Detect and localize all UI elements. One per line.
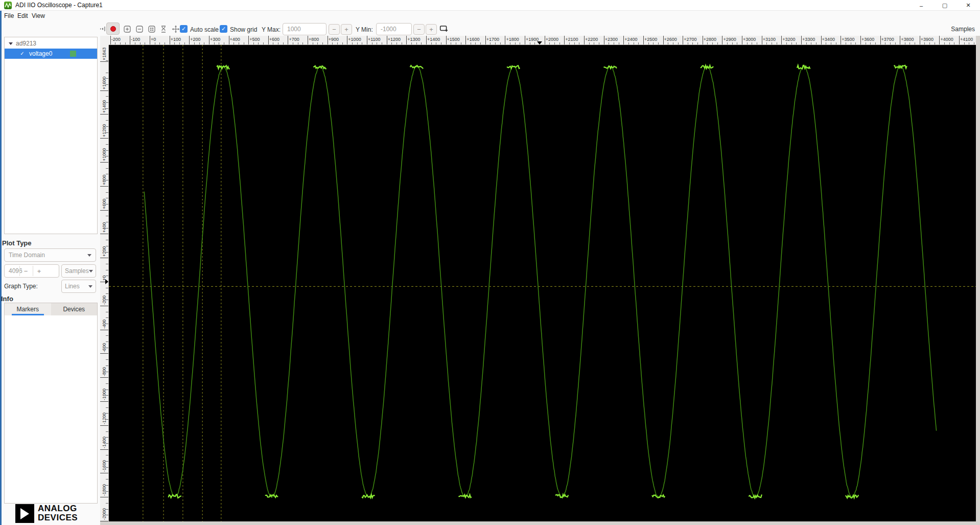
x-axis-minor-tick: [500, 42, 501, 44]
x-axis-minor-tick: [239, 42, 239, 44]
y-min-increment-button[interactable]: +: [426, 24, 437, 35]
x-axis-minor-tick: [712, 42, 713, 44]
y-axis-minor-tick: [106, 503, 108, 504]
vertical-scrollbar[interactable]: [976, 36, 980, 525]
x-axis-minor-tick: [125, 42, 126, 44]
channel-row-voltage0[interactable]: ✓ voltage0: [5, 49, 97, 59]
menu-view[interactable]: View: [32, 12, 45, 19]
x-axis-tick: [525, 36, 525, 45]
wait-icon[interactable]: [159, 25, 168, 33]
x-axis-tick-label: +2800: [704, 37, 716, 42]
x-axis-minor-tick: [579, 42, 579, 44]
x-axis-tick-label: +2500: [644, 37, 657, 42]
window-title: ADI IIO Oscilloscope - Capture1: [15, 2, 103, 9]
sample-unit-dropdown[interactable]: Samples: [61, 264, 96, 278]
x-axis-minor-tick: [766, 42, 767, 44]
x-axis-tick: [920, 36, 920, 45]
y-axis-tick: [100, 138, 109, 139]
y-axis-minor-tick: [106, 359, 108, 360]
y-axis-tick: [100, 186, 109, 187]
y-axis-minor-tick: [106, 108, 108, 109]
menu-edit[interactable]: Edit: [17, 12, 28, 19]
y-axis-tick: [100, 353, 109, 354]
x-axis-tick-label: +1200: [388, 37, 401, 42]
y-axis-tick: [100, 258, 109, 258]
zoom-in-icon[interactable]: [123, 25, 131, 33]
y-max-label: Y Max:: [262, 26, 281, 33]
graph-type-dropdown[interactable]: Lines: [61, 280, 96, 293]
show-grid-checkbox[interactable]: ✓: [220, 25, 227, 33]
zoom-fit-icon[interactable]: [147, 25, 156, 33]
plot-type-value: Time Domain: [9, 252, 45, 259]
menu-file[interactable]: File: [4, 12, 14, 19]
x-axis-minor-tick: [342, 42, 343, 44]
zoom-out-icon[interactable]: [135, 25, 144, 33]
x-axis-minor-tick: [791, 42, 792, 44]
y-axis-minor-tick: [106, 73, 108, 73]
plot-type-dropdown[interactable]: Time Domain: [4, 248, 96, 262]
auto-scale-checkbox[interactable]: ✓: [180, 25, 188, 33]
x-axis-minor-tick: [402, 42, 402, 44]
ruler-corner: [100, 36, 109, 45]
y-axis-minor-tick: [106, 180, 108, 180]
sample-count-increment-button[interactable]: +: [33, 266, 45, 276]
x-axis-minor-tick: [697, 42, 698, 44]
y-max-value: 1000: [287, 26, 301, 33]
y-axis-minor-tick: [106, 413, 108, 414]
device-row[interactable]: ad9213: [5, 39, 97, 49]
horizontal-scrollbar[interactable]: [100, 521, 976, 525]
x-axis-tick-label: +4100: [960, 37, 973, 42]
new-plot-icon[interactable]: [439, 24, 448, 33]
y-min-decrement-button[interactable]: −: [413, 24, 425, 35]
analog-devices-logo: [15, 504, 34, 523]
x-axis-minor-tick: [678, 42, 679, 44]
sample-count-decrement-button[interactable]: −: [19, 266, 32, 276]
x-axis-tick: [485, 36, 486, 45]
x-axis-minor-tick: [935, 42, 935, 44]
expander-icon[interactable]: [9, 42, 13, 45]
y-min-input[interactable]: -1000: [376, 23, 412, 35]
close-button[interactable]: ✕: [956, 0, 980, 11]
y-max-input[interactable]: 1000: [283, 23, 326, 35]
x-axis-minor-tick: [278, 42, 278, 44]
x-axis-minor-tick: [658, 42, 659, 44]
x-axis-tick: [722, 36, 722, 45]
x-axis-tick-label: +1500: [447, 37, 460, 42]
tab-devices[interactable]: Devices: [51, 303, 98, 315]
y-axis-minor-tick: [106, 276, 108, 276]
y-axis-minor-tick: [106, 168, 108, 169]
x-ruler-pointer-icon: [537, 41, 542, 44]
x-axis-minor-tick: [317, 42, 318, 44]
move-icon[interactable]: [171, 25, 180, 33]
x-axis-minor-tick: [777, 42, 777, 44]
y-axis-minor-tick: [106, 84, 108, 85]
y-axis-minor-tick: [106, 335, 108, 336]
x-axis-minor-tick: [909, 42, 910, 44]
plot-canvas[interactable]: [109, 45, 976, 521]
x-axis-minor-tick: [534, 42, 535, 44]
y-axis-minor-tick: [106, 431, 108, 432]
y-max-increment-button[interactable]: +: [341, 24, 352, 35]
channel-checkbox[interactable]: ✓: [19, 50, 26, 57]
y-max-decrement-button[interactable]: −: [329, 24, 340, 35]
x-axis-minor-tick: [234, 42, 234, 44]
maximize-button[interactable]: ▢: [933, 0, 956, 11]
x-axis-tick: [308, 36, 308, 45]
x-axis-unit-label: Samples: [938, 26, 975, 33]
minimize-button[interactable]: –: [909, 0, 933, 11]
x-axis-minor-tick: [806, 42, 807, 44]
channel-color-swatch[interactable]: [70, 51, 76, 57]
y-axis-minor-tick: [106, 407, 108, 408]
check-icon: ✓: [221, 26, 226, 32]
channel-name: voltage0: [29, 50, 52, 57]
record-button[interactable]: [106, 22, 120, 35]
x-axis-minor-tick: [692, 42, 693, 44]
x-axis-tick: [663, 36, 664, 45]
x-axis-minor-tick: [475, 42, 476, 44]
x-axis-tick: [821, 36, 822, 45]
x-axis-minor-tick: [298, 42, 298, 44]
x-axis-minor-tick: [831, 42, 831, 44]
sample-count-input[interactable]: 4096 − +: [4, 264, 59, 278]
tab-markers[interactable]: Markers: [5, 303, 51, 315]
y-min-label: Y Min:: [356, 26, 373, 33]
